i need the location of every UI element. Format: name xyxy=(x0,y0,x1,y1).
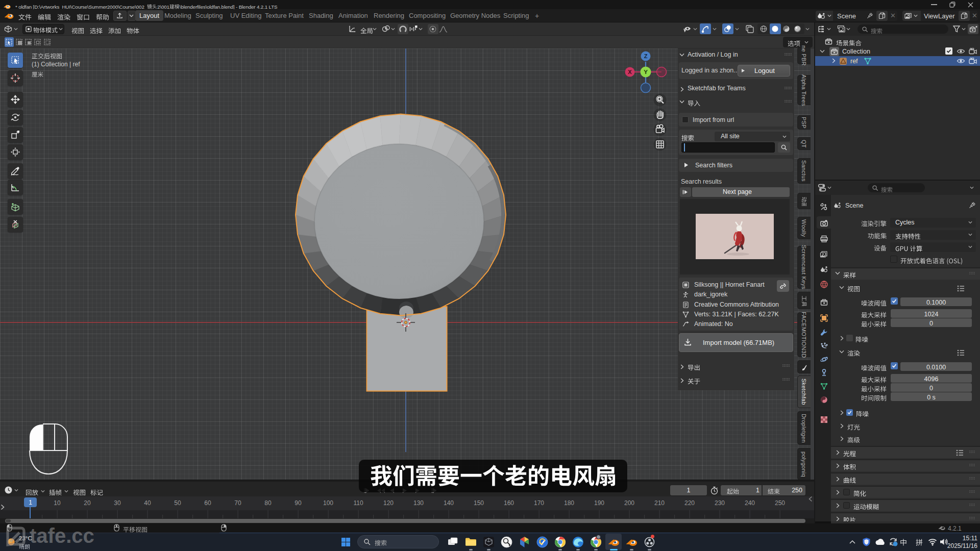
svg-text:Y: Y xyxy=(644,69,648,75)
svg-text:X: X xyxy=(628,69,632,75)
svg-text:Z: Z xyxy=(644,53,648,59)
